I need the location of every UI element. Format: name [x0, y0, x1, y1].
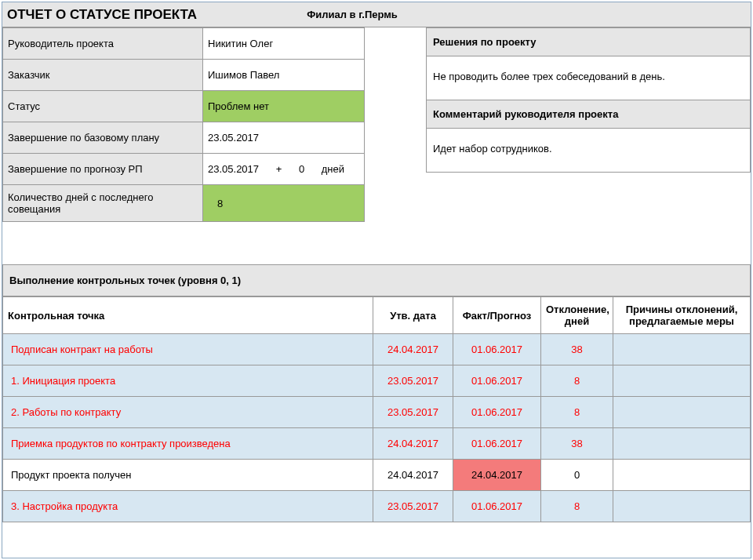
forecast-plus: + [276, 163, 282, 175]
table-row: Завершение по прогнозу РП 23.05.2017 + 0… [3, 154, 365, 185]
milestone-fact: 01.06.2017 [453, 428, 541, 460]
customer-value: Ишимов Павел [203, 60, 365, 91]
status-label: Статус [3, 91, 203, 122]
manager-value: Никитин Олег [203, 28, 365, 60]
milestone-dev: 8 [541, 491, 613, 522]
report-title: ОТЧЕТ О СТАТУСЕ ПРОЕКТА [7, 7, 197, 23]
filial-name: Филиал в г.Пермь [307, 9, 398, 20]
milestone-name: Продукт проекта получен [3, 460, 373, 491]
milestone-dev: 8 [541, 397, 613, 428]
milestone-dev: 8 [541, 365, 613, 397]
table-row: Заказчик Ишимов Павел [3, 60, 365, 91]
milestone-fact: 24.04.2017 [453, 460, 541, 491]
milestones-section-title: Выполнение контрольных точек (уровня 0, … [2, 264, 751, 296]
col-point: Контрольная точка [3, 297, 373, 334]
forecast-delta: 0 [299, 163, 304, 175]
forecast-days-label: дней [322, 163, 344, 175]
table-row: Статус Проблем нет [3, 91, 365, 122]
decisions-title: Решения по проекту [427, 28, 751, 56]
milestone-name: Подписан контракт на работы [3, 334, 373, 365]
milestone-fact: 01.06.2017 [453, 397, 541, 428]
manager-label: Руководитель проекта [3, 28, 203, 60]
forecast-date: 23.05.2017 [208, 163, 259, 175]
milestone-dev: 38 [541, 334, 613, 365]
milestone-approved: 24.04.2017 [373, 428, 453, 460]
table-row: Подписан контракт на работы24.04.201701.… [3, 334, 751, 365]
baseline-finish-label: Завершение по базовому плану [3, 122, 203, 154]
milestone-name: 3. Настройка продукта [3, 491, 373, 522]
customer-label: Заказчик [3, 60, 203, 91]
forecast-finish-label: Завершение по прогнозу РП [3, 154, 203, 185]
comment-body: Идет набор сотрудников. [427, 129, 751, 173]
milestone-approved: 23.05.2017 [373, 491, 453, 522]
col-reason: Причины отклонений, предлагаемые меры [613, 297, 751, 334]
milestone-dev: 38 [541, 428, 613, 460]
comment-title: Комментарий руководителя проекта [427, 100, 751, 129]
milestone-reason [613, 460, 751, 491]
milestone-name: 1. Инициация проекта [3, 365, 373, 397]
milestone-approved: 24.04.2017 [373, 460, 453, 491]
table-row: Приемка продуктов по контракту произведе… [3, 428, 751, 460]
milestone-reason [613, 334, 751, 365]
table-row: 1. Инициация проекта23.05.201701.06.2017… [3, 365, 751, 397]
table-row: Продукт проекта получен24.04.201724.04.2… [3, 460, 751, 491]
decisions-body: Не проводить более трех собеседований в … [427, 56, 751, 100]
decisions-box: Решения по проекту Не проводить более тр… [426, 27, 751, 173]
milestone-name: 2. Работы по контракту [3, 397, 373, 428]
table-row: Завершение по базовому плану 23.05.2017 [3, 122, 365, 154]
days-since-label: Количество дней с последнего совещания [3, 185, 203, 222]
col-fact: Факт/Прогноз [453, 297, 541, 334]
col-dev: Отклонение, дней [541, 297, 613, 334]
milestone-reason [613, 491, 751, 522]
milestone-name: Приемка продуктов по контракту произведе… [3, 428, 373, 460]
milestone-fact: 01.06.2017 [453, 491, 541, 522]
milestone-reason [613, 365, 751, 397]
milestone-approved: 23.05.2017 [373, 397, 453, 428]
baseline-finish-value: 23.05.2017 [203, 122, 365, 154]
milestone-dev: 0 [541, 460, 613, 491]
milestone-reason [613, 428, 751, 460]
days-since-value: 8 [203, 185, 365, 222]
table-row: 2. Работы по контракту23.05.201701.06.20… [3, 397, 751, 428]
info-table: Руководитель проекта Никитин Олег Заказч… [2, 27, 365, 222]
milestones-table: Контрольная точка Утв. дата Факт/Прогноз… [2, 296, 751, 522]
milestone-reason [613, 397, 751, 428]
milestone-approved: 23.05.2017 [373, 365, 453, 397]
header-bar: ОТЧЕТ О СТАТУСЕ ПРОЕКТА Филиал в г.Пермь [2, 2, 751, 27]
status-value: Проблем нет [203, 91, 365, 122]
milestone-approved: 24.04.2017 [373, 334, 453, 365]
milestone-fact: 01.06.2017 [453, 334, 541, 365]
table-row: 3. Настройка продукта23.05.201701.06.201… [3, 491, 751, 522]
col-approved: Утв. дата [373, 297, 453, 334]
table-row: Количество дней с последнего совещания 8 [3, 185, 365, 222]
forecast-finish-value: 23.05.2017 + 0 дней [203, 154, 365, 185]
table-row: Руководитель проекта Никитин Олег [3, 28, 365, 60]
milestone-fact: 01.06.2017 [453, 365, 541, 397]
